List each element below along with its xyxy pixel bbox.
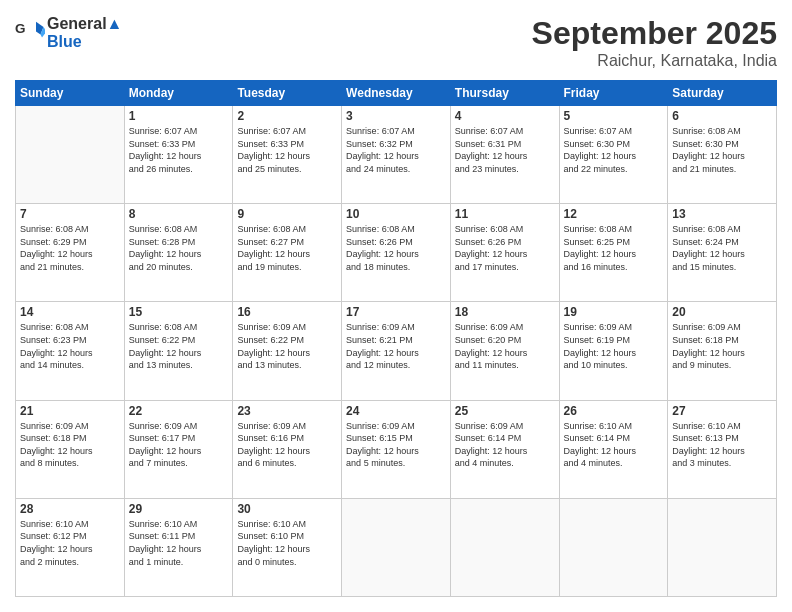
calendar-cell: 25Sunrise: 6:09 AM Sunset: 6:14 PM Dayli… <box>450 400 559 498</box>
day-info: Sunrise: 6:08 AM Sunset: 6:22 PM Dayligh… <box>129 321 229 371</box>
calendar-cell: 16Sunrise: 6:09 AM Sunset: 6:22 PM Dayli… <box>233 302 342 400</box>
day-number: 21 <box>20 404 120 418</box>
calendar-cell: 30Sunrise: 6:10 AM Sunset: 6:10 PM Dayli… <box>233 498 342 596</box>
calendar-cell: 5Sunrise: 6:07 AM Sunset: 6:30 PM Daylig… <box>559 106 668 204</box>
day-number: 23 <box>237 404 337 418</box>
day-number: 10 <box>346 207 446 221</box>
day-number: 15 <box>129 305 229 319</box>
day-info: Sunrise: 6:07 AM Sunset: 6:33 PM Dayligh… <box>237 125 337 175</box>
day-number: 28 <box>20 502 120 516</box>
calendar-week-4: 21Sunrise: 6:09 AM Sunset: 6:18 PM Dayli… <box>16 400 777 498</box>
day-number: 27 <box>672 404 772 418</box>
calendar-cell: 2Sunrise: 6:07 AM Sunset: 6:33 PM Daylig… <box>233 106 342 204</box>
day-number: 5 <box>564 109 664 123</box>
logo-text: General▲ Blue <box>47 15 122 51</box>
day-number: 6 <box>672 109 772 123</box>
calendar-cell: 19Sunrise: 6:09 AM Sunset: 6:19 PM Dayli… <box>559 302 668 400</box>
day-number: 17 <box>346 305 446 319</box>
day-info: Sunrise: 6:07 AM Sunset: 6:33 PM Dayligh… <box>129 125 229 175</box>
day-info: Sunrise: 6:08 AM Sunset: 6:28 PM Dayligh… <box>129 223 229 273</box>
day-info: Sunrise: 6:09 AM Sunset: 6:16 PM Dayligh… <box>237 420 337 470</box>
day-info: Sunrise: 6:09 AM Sunset: 6:21 PM Dayligh… <box>346 321 446 371</box>
day-number: 3 <box>346 109 446 123</box>
month-title: September 2025 <box>532 15 777 52</box>
calendar-cell <box>559 498 668 596</box>
calendar-cell: 13Sunrise: 6:08 AM Sunset: 6:24 PM Dayli… <box>668 204 777 302</box>
calendar-week-3: 14Sunrise: 6:08 AM Sunset: 6:23 PM Dayli… <box>16 302 777 400</box>
day-number: 26 <box>564 404 664 418</box>
day-info: Sunrise: 6:08 AM Sunset: 6:23 PM Dayligh… <box>20 321 120 371</box>
calendar-cell <box>450 498 559 596</box>
calendar-cell: 7Sunrise: 6:08 AM Sunset: 6:29 PM Daylig… <box>16 204 125 302</box>
day-number: 8 <box>129 207 229 221</box>
calendar-cell: 26Sunrise: 6:10 AM Sunset: 6:14 PM Dayli… <box>559 400 668 498</box>
day-info: Sunrise: 6:08 AM Sunset: 6:27 PM Dayligh… <box>237 223 337 273</box>
day-info: Sunrise: 6:10 AM Sunset: 6:10 PM Dayligh… <box>237 518 337 568</box>
day-number: 9 <box>237 207 337 221</box>
day-number: 16 <box>237 305 337 319</box>
title-block: September 2025 Raichur, Karnataka, India <box>532 15 777 70</box>
calendar-cell: 24Sunrise: 6:09 AM Sunset: 6:15 PM Dayli… <box>342 400 451 498</box>
day-info: Sunrise: 6:09 AM Sunset: 6:18 PM Dayligh… <box>672 321 772 371</box>
day-info: Sunrise: 6:09 AM Sunset: 6:18 PM Dayligh… <box>20 420 120 470</box>
col-monday: Monday <box>124 81 233 106</box>
day-info: Sunrise: 6:08 AM Sunset: 6:26 PM Dayligh… <box>346 223 446 273</box>
calendar-cell: 28Sunrise: 6:10 AM Sunset: 6:12 PM Dayli… <box>16 498 125 596</box>
day-number: 18 <box>455 305 555 319</box>
location-subtitle: Raichur, Karnataka, India <box>532 52 777 70</box>
day-number: 30 <box>237 502 337 516</box>
day-info: Sunrise: 6:09 AM Sunset: 6:14 PM Dayligh… <box>455 420 555 470</box>
day-info: Sunrise: 6:09 AM Sunset: 6:22 PM Dayligh… <box>237 321 337 371</box>
calendar-cell <box>668 498 777 596</box>
calendar-cell: 15Sunrise: 6:08 AM Sunset: 6:22 PM Dayli… <box>124 302 233 400</box>
calendar-cell: 17Sunrise: 6:09 AM Sunset: 6:21 PM Dayli… <box>342 302 451 400</box>
calendar-cell: 6Sunrise: 6:08 AM Sunset: 6:30 PM Daylig… <box>668 106 777 204</box>
calendar-header-row: Sunday Monday Tuesday Wednesday Thursday… <box>16 81 777 106</box>
calendar-cell: 8Sunrise: 6:08 AM Sunset: 6:28 PM Daylig… <box>124 204 233 302</box>
day-info: Sunrise: 6:09 AM Sunset: 6:15 PM Dayligh… <box>346 420 446 470</box>
col-friday: Friday <box>559 81 668 106</box>
calendar-cell: 21Sunrise: 6:09 AM Sunset: 6:18 PM Dayli… <box>16 400 125 498</box>
calendar-cell <box>342 498 451 596</box>
day-info: Sunrise: 6:09 AM Sunset: 6:17 PM Dayligh… <box>129 420 229 470</box>
day-number: 29 <box>129 502 229 516</box>
col-wednesday: Wednesday <box>342 81 451 106</box>
header: G General▲ Blue September 2025 Raichur, … <box>15 15 777 70</box>
calendar-cell: 11Sunrise: 6:08 AM Sunset: 6:26 PM Dayli… <box>450 204 559 302</box>
page: G General▲ Blue September 2025 Raichur, … <box>0 0 792 612</box>
day-info: Sunrise: 6:10 AM Sunset: 6:11 PM Dayligh… <box>129 518 229 568</box>
calendar-cell: 12Sunrise: 6:08 AM Sunset: 6:25 PM Dayli… <box>559 204 668 302</box>
day-number: 22 <box>129 404 229 418</box>
day-info: Sunrise: 6:09 AM Sunset: 6:20 PM Dayligh… <box>455 321 555 371</box>
col-tuesday: Tuesday <box>233 81 342 106</box>
calendar-week-1: 1Sunrise: 6:07 AM Sunset: 6:33 PM Daylig… <box>16 106 777 204</box>
calendar-cell: 18Sunrise: 6:09 AM Sunset: 6:20 PM Dayli… <box>450 302 559 400</box>
calendar-cell: 27Sunrise: 6:10 AM Sunset: 6:13 PM Dayli… <box>668 400 777 498</box>
calendar-cell: 1Sunrise: 6:07 AM Sunset: 6:33 PM Daylig… <box>124 106 233 204</box>
day-number: 19 <box>564 305 664 319</box>
logo: G General▲ Blue <box>15 15 122 51</box>
svg-text:G: G <box>15 21 26 36</box>
calendar-cell: 9Sunrise: 6:08 AM Sunset: 6:27 PM Daylig… <box>233 204 342 302</box>
day-number: 7 <box>20 207 120 221</box>
day-info: Sunrise: 6:10 AM Sunset: 6:12 PM Dayligh… <box>20 518 120 568</box>
day-number: 12 <box>564 207 664 221</box>
day-info: Sunrise: 6:10 AM Sunset: 6:14 PM Dayligh… <box>564 420 664 470</box>
day-number: 13 <box>672 207 772 221</box>
calendar-cell: 22Sunrise: 6:09 AM Sunset: 6:17 PM Dayli… <box>124 400 233 498</box>
col-sunday: Sunday <box>16 81 125 106</box>
calendar-cell: 20Sunrise: 6:09 AM Sunset: 6:18 PM Dayli… <box>668 302 777 400</box>
day-info: Sunrise: 6:08 AM Sunset: 6:26 PM Dayligh… <box>455 223 555 273</box>
calendar-cell: 10Sunrise: 6:08 AM Sunset: 6:26 PM Dayli… <box>342 204 451 302</box>
day-info: Sunrise: 6:08 AM Sunset: 6:24 PM Dayligh… <box>672 223 772 273</box>
day-number: 4 <box>455 109 555 123</box>
day-number: 2 <box>237 109 337 123</box>
logo-icon: G <box>15 18 45 48</box>
calendar-body: 1Sunrise: 6:07 AM Sunset: 6:33 PM Daylig… <box>16 106 777 597</box>
calendar-week-5: 28Sunrise: 6:10 AM Sunset: 6:12 PM Dayli… <box>16 498 777 596</box>
day-number: 1 <box>129 109 229 123</box>
col-thursday: Thursday <box>450 81 559 106</box>
calendar-cell: 4Sunrise: 6:07 AM Sunset: 6:31 PM Daylig… <box>450 106 559 204</box>
day-info: Sunrise: 6:07 AM Sunset: 6:31 PM Dayligh… <box>455 125 555 175</box>
col-saturday: Saturday <box>668 81 777 106</box>
